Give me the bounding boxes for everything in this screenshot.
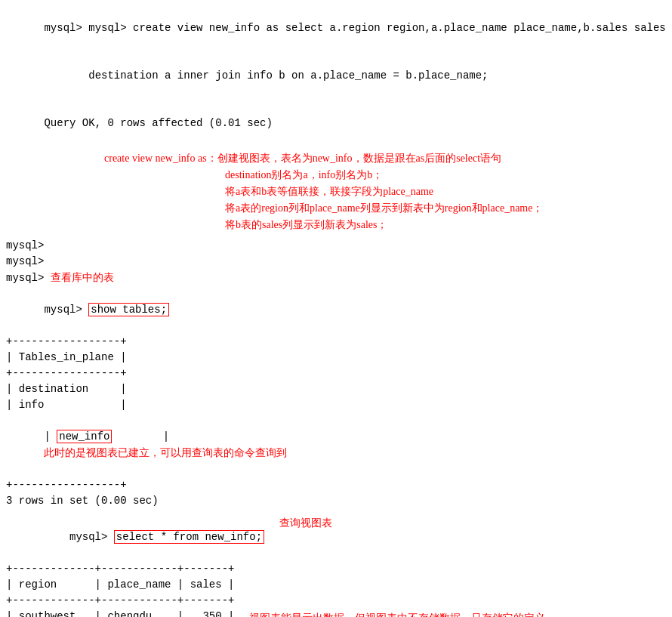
annotation-b: 将a表和b表等值联接，联接字段为place_name [225, 186, 433, 197]
annotation-c: 将a表的region列和place_name列显示到新表中为region和pla… [225, 202, 543, 214]
tables-header: | Tables_in_plane | [6, 350, 666, 366]
mysql-prompt-1: mysql> [6, 238, 666, 254]
select-annotation: 查询视图表 [279, 514, 332, 531]
section-show-tables-1: mysql> mysql> mysql> 查看库中的表 mysql> show … [6, 238, 666, 509]
query-border-2: +-------------+------------+-------+ [6, 593, 666, 609]
mysql-prompt-2: mysql> [6, 254, 666, 270]
create-view-line2: destination a inner join info b on a.pla… [6, 52, 666, 100]
select-cmd-line: mysql> select * from new_info; [6, 514, 264, 561]
tables-border-2: +-----------------+ [6, 366, 666, 381]
section-select-new-info: mysql> select * from new_info; 查询视图表 +--… [6, 514, 666, 617]
show-tables-label: 查看库中的表 [51, 272, 114, 283]
query-row1: | southwest | chengdu | 350 | [6, 609, 234, 617]
query-annotation: 视图表能显示出数据，但视图表中不存储数据，只存储它的定义 [249, 609, 545, 617]
tables-row-info: | info | [6, 397, 666, 413]
tables-row-new-info: | new_info | 此时的是视图表已建立，可以用查询表的命令查询到 [6, 413, 666, 477]
query-border-1: +-------------+------------+-------+ [6, 561, 666, 577]
annotation-a: destination别名为a，info别名为b； [225, 169, 383, 180]
annotation-d: 将b表的sales列显示到新表为sales； [225, 219, 387, 230]
select-cmd[interactable]: select * from new_info; [114, 530, 264, 544]
new-info-highlight: new_info [57, 430, 112, 443]
tables-row-destination: | destination | [6, 381, 666, 397]
tables-border-1: +-----------------+ [6, 334, 666, 350]
query-ok-1: Query OK, 0 rows affected (0.01 sec) [6, 100, 666, 147]
show-tables-cmd-line: mysql> show tables; [6, 286, 666, 334]
create-view-annotations: create view new_info as：创建视图表，表名为new_inf… [104, 150, 666, 233]
main-content: mysql> mysql> create view new_info as se… [0, 0, 672, 617]
create-view-line1: mysql> mysql> create view new_info as se… [6, 5, 666, 52]
annotation-title: create view new_info as：创建视图表，表名为new_inf… [104, 153, 501, 164]
new-info-annotation: 此时的是视图表已建立，可以用查询表的命令查询到 [44, 447, 287, 458]
query-header: | region | place_name | sales | [6, 577, 666, 593]
show-tables-row: mysql> 查看库中的表 [6, 270, 666, 286]
show-tables-cmd[interactable]: show tables; [88, 303, 169, 316]
rows-3: 3 rows in set (0.00 sec) [6, 493, 666, 509]
tables-border-3: +-----------------+ [6, 477, 666, 493]
section-create-view: mysql> mysql> create view new_info as se… [6, 5, 666, 147]
